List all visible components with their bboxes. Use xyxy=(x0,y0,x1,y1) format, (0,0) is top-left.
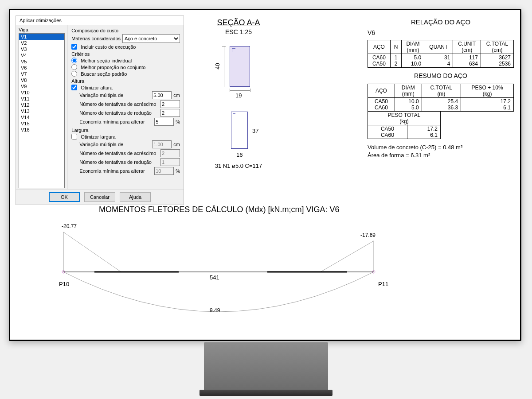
materias-select[interactable]: Aço e concreto xyxy=(122,34,180,43)
num-reducao-altura-input[interactable] xyxy=(160,109,180,117)
viga-item-V8[interactable]: V8 xyxy=(19,77,64,83)
viga-listbox[interactable]: V1V2V3V4V5V6V7V8V9V10V11V12V13V14V15V16 xyxy=(19,33,65,188)
viga-item-V7[interactable]: V7 xyxy=(19,71,64,77)
note-volume: Volume de concreto (C-25) = 0.48 m³ xyxy=(368,143,514,151)
moment-title: MOMENTOS FLETORES DE CÁLCULO (Mdx) [kN.m… xyxy=(19,205,511,214)
otimizar-largura-checkbox[interactable] xyxy=(71,134,77,139)
viga-item-V6[interactable]: V6 xyxy=(19,65,64,71)
beam-id: V6 xyxy=(368,29,514,36)
help-button[interactable]: Ajuda xyxy=(120,192,151,202)
incluir-custo-checkbox[interactable] xyxy=(71,44,77,50)
steel-panel: RELAÇÃO DO AÇO V6 AÇO N DIAM (mm) QUANT … xyxy=(368,18,514,159)
var-mult-altura-input[interactable] xyxy=(152,91,172,99)
viga-item-V10[interactable]: V10 xyxy=(19,89,64,96)
moment-left-value: -20.77 xyxy=(62,223,77,229)
composicao-label: Composição do custo xyxy=(71,28,180,33)
viga-item-V4[interactable]: V4 xyxy=(19,52,64,58)
criterio-radio-2[interactable] xyxy=(71,64,77,70)
viga-item-V14[interactable]: V14 xyxy=(19,114,64,120)
section-title: SEÇÃO A-A xyxy=(188,18,289,27)
resumo-title: RESUMO DO AÇO xyxy=(368,72,514,79)
otimizar-altura-checkbox[interactable] xyxy=(71,85,77,90)
rebar-label: 31 N1 ø5.0 C=117 xyxy=(205,163,272,169)
criterio-radio-1[interactable] xyxy=(71,58,77,63)
economia-altura-input[interactable] xyxy=(154,118,174,126)
altura-label: Altura xyxy=(71,78,180,84)
criterios-label: Critérios xyxy=(71,51,180,57)
moment-panel: MOMENTOS FLETORES DE CÁLCULO (Mdx) [kN.m… xyxy=(19,205,511,329)
cancel-button[interactable]: Cancelar xyxy=(84,192,115,202)
dialog-title: Aplicar otimizações xyxy=(16,16,184,25)
num-acrescimo-largura-input xyxy=(160,149,180,157)
viga-item-V9[interactable]: V9 xyxy=(19,83,64,89)
viga-item-V1[interactable]: V1 xyxy=(19,34,64,40)
section-diagram: 40 19 37 16 31 N1 ø5.0 C=117 xyxy=(205,41,272,182)
viga-item-V2[interactable]: V2 xyxy=(19,40,64,46)
moment-bottom-value: 9.49 xyxy=(210,307,220,314)
steel-table-peso: PESO TOTAL (kg) CA50CA6017.26.1 xyxy=(368,111,441,139)
viga-item-V13[interactable]: V13 xyxy=(19,108,64,114)
viga-item-V5[interactable]: V5 xyxy=(19,58,64,65)
support-right: P11 xyxy=(378,281,388,287)
steel-table-1: AÇO N DIAM (mm) QUANT C.UNIT (cm) C.TOTA… xyxy=(368,40,514,68)
steel-table-2: AÇO DIAM (mm) C.TOTAL (m) PESO + 10% (kg… xyxy=(368,84,514,112)
economia-largura-input xyxy=(154,167,174,175)
viga-item-V15[interactable]: V15 xyxy=(19,120,64,127)
steel-title: RELAÇÃO DO AÇO xyxy=(368,18,514,26)
criterio-radio-3[interactable] xyxy=(71,71,77,77)
viga-item-V12[interactable]: V12 xyxy=(19,102,64,108)
section-scale: ESC 1:25 xyxy=(188,28,289,35)
optimize-dialog: Aplicar otimizações Viga V1V2V3V4V5V6V7V… xyxy=(16,15,184,205)
largura-label: Largura xyxy=(71,128,180,133)
var-mult-largura-input xyxy=(152,140,172,148)
viga-list-header: Viga xyxy=(19,27,65,32)
span-value: 541 xyxy=(210,274,219,281)
note-forma: Área de forma = 6.31 m² xyxy=(368,151,514,159)
viga-item-V3[interactable]: V3 xyxy=(19,46,64,52)
viga-item-V16[interactable]: V16 xyxy=(19,127,64,133)
moment-right-value: -17.69 xyxy=(360,232,376,238)
viga-item-V11[interactable]: V11 xyxy=(19,96,64,102)
ok-button[interactable]: OK xyxy=(49,192,80,202)
num-reducao-largura-input xyxy=(160,158,180,166)
materias-label: Materias considerados xyxy=(71,36,121,41)
incluir-custo-label: Incluir custo de execução xyxy=(81,44,136,50)
support-left: P10 xyxy=(59,281,69,287)
num-acrescimo-altura-input[interactable] xyxy=(160,100,180,108)
